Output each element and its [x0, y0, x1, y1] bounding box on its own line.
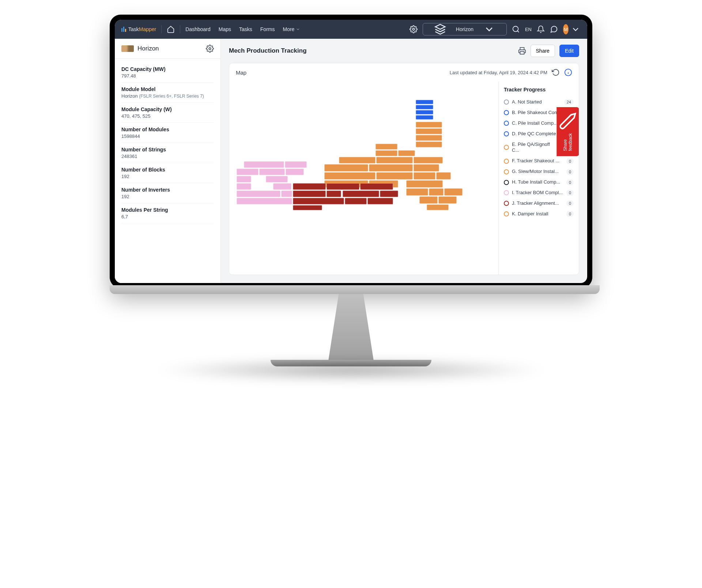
- map-block[interactable]: [281, 191, 292, 197]
- map-block[interactable]: [414, 157, 443, 163]
- nav-link-tasks[interactable]: Tasks: [239, 26, 252, 32]
- map-block[interactable]: [285, 161, 307, 168]
- map-block[interactable]: [237, 191, 280, 197]
- edit-button[interactable]: Edit: [559, 45, 579, 57]
- map-block[interactable]: [237, 183, 251, 190]
- map-block[interactable]: [416, 115, 433, 120]
- legend-item[interactable]: J. Tracker Alignment...0: [504, 198, 574, 209]
- map-block[interactable]: [419, 196, 438, 204]
- nav-link-more[interactable]: More: [283, 26, 300, 32]
- map-block[interactable]: [324, 164, 368, 172]
- map-block[interactable]: [293, 191, 326, 197]
- map-block[interactable]: [237, 169, 258, 175]
- legend-label: G. Slew/Motor Instal...: [512, 169, 563, 175]
- legend-label: E. Pile QA/Signoff C...: [512, 142, 554, 154]
- map-block[interactable]: [416, 105, 433, 109]
- map-block[interactable]: [436, 172, 451, 180]
- map-block[interactable]: [273, 183, 291, 190]
- map-block[interactable]: [367, 198, 393, 204]
- map-block[interactable]: [398, 150, 415, 156]
- map-block[interactable]: [369, 164, 413, 172]
- map-block[interactable]: [327, 183, 359, 190]
- map-block[interactable]: [259, 169, 285, 175]
- stat-label: Modules Per String: [121, 207, 214, 213]
- search-icon[interactable]: [512, 25, 520, 33]
- gear-icon[interactable]: [206, 45, 214, 53]
- map-block[interactable]: [416, 142, 442, 147]
- bell-icon[interactable]: [537, 25, 545, 33]
- nav-link-dashboard[interactable]: Dashboard: [185, 26, 211, 32]
- language-selector[interactable]: EN: [525, 27, 532, 32]
- map-block[interactable]: [360, 183, 393, 190]
- legend-count: 0: [566, 200, 574, 206]
- map-block[interactable]: [293, 198, 344, 204]
- legend-circle-icon: [504, 131, 509, 136]
- map-block[interactable]: [414, 172, 435, 180]
- map-block[interactable]: [343, 191, 379, 197]
- chat-icon[interactable]: [550, 25, 558, 33]
- map-block[interactable]: [286, 169, 304, 175]
- map-block[interactable]: [416, 128, 442, 134]
- map-block[interactable]: [429, 188, 444, 196]
- map-block[interactable]: [416, 135, 442, 141]
- info-icon[interactable]: [564, 68, 572, 76]
- stat-label: DC Capacity (MW): [121, 66, 214, 72]
- map-block[interactable]: [376, 157, 413, 163]
- map-block[interactable]: [376, 172, 413, 180]
- legend-item[interactable]: G. Slew/Motor Instal...0: [504, 166, 574, 177]
- map-block[interactable]: [327, 191, 341, 197]
- sidebar-stats: DC Capacity (MW)797.48Module ModelHorizo…: [115, 59, 220, 227]
- feedback-tab[interactable]: Share feedback: [556, 107, 579, 156]
- map-canvas[interactable]: [229, 82, 498, 275]
- map-block[interactable]: [414, 164, 439, 172]
- share-button[interactable]: Share: [531, 45, 555, 57]
- map-block[interactable]: [244, 161, 284, 168]
- home-icon[interactable]: [167, 25, 175, 33]
- project-selector[interactable]: Horizon: [423, 23, 507, 35]
- map-block[interactable]: [427, 204, 449, 210]
- map-block[interactable]: [438, 196, 457, 204]
- map-block[interactable]: [293, 183, 326, 190]
- legend-count: 0: [566, 180, 574, 185]
- print-icon[interactable]: [518, 47, 526, 55]
- logo[interactable]: TaskMapper: [121, 26, 156, 32]
- history-icon[interactable]: [552, 68, 560, 76]
- stat-label: Number of Inverters: [121, 187, 214, 193]
- map-block[interactable]: [375, 150, 397, 156]
- separator: [161, 25, 162, 33]
- map-block[interactable]: [266, 176, 288, 182]
- legend-item[interactable]: H. Tube Install Comp...0: [504, 177, 574, 188]
- map-updated: Last updated at Friday, April 19, 2024 4…: [450, 70, 547, 75]
- stat-item: Number of Strings248361: [121, 143, 214, 163]
- map-block[interactable]: [293, 205, 322, 210]
- map-block[interactable]: [444, 188, 463, 196]
- map-block[interactable]: [375, 144, 397, 150]
- user-menu[interactable]: M: [563, 24, 581, 34]
- map-block[interactable]: [416, 110, 433, 114]
- svg-marker-1: [435, 24, 445, 29]
- map-block[interactable]: [406, 188, 428, 196]
- legend-item[interactable]: K. Damper Install0: [504, 209, 574, 219]
- map-block[interactable]: [339, 157, 375, 163]
- stat-item: Number of Inverters192: [121, 183, 214, 203]
- legend-item[interactable]: F. Tracker Shakeout ...0: [504, 156, 574, 166]
- map-block[interactable]: [345, 198, 367, 204]
- map-block[interactable]: [416, 122, 442, 128]
- chevron-down-icon: [571, 24, 581, 34]
- stat-value: 1598844: [121, 133, 214, 139]
- map-block[interactable]: [416, 100, 433, 104]
- map-block[interactable]: [237, 176, 251, 182]
- map-block[interactable]: [380, 191, 398, 197]
- map-block[interactable]: [237, 198, 292, 204]
- legend-item[interactable]: I. Tracker BOM Compl...0: [504, 188, 574, 198]
- gear-icon[interactable]: [410, 25, 418, 33]
- stat-value: 192: [121, 174, 214, 179]
- map-block[interactable]: [406, 180, 443, 188]
- nav-link-maps[interactable]: Maps: [219, 26, 231, 32]
- stat-value: 797.48: [121, 73, 214, 79]
- nav-link-forms[interactable]: Forms: [260, 26, 275, 32]
- stat-label: Number of Modules: [121, 127, 214, 132]
- legend-item[interactable]: A. Not Started24: [504, 97, 574, 108]
- map-block[interactable]: [324, 172, 375, 180]
- svg-point-2: [513, 26, 518, 32]
